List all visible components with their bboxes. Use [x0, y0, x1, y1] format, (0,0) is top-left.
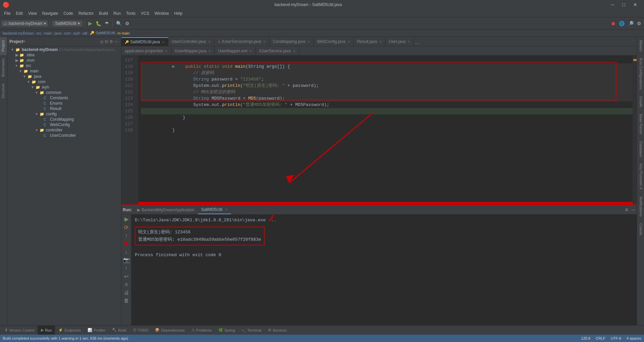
breadcrumb-method[interactable]: m main [118, 31, 130, 35]
tree-root[interactable]: ▾ 📁 backend-myDream D:\Tools\JavaWorkSpa… [7, 47, 121, 52]
menu-help[interactable]: Help [171, 10, 185, 16]
run-tab-backend[interactable]: ▶ BackendMyDreamApplication [134, 206, 198, 214]
coverage-button[interactable]: ☂ [103, 20, 110, 27]
vtab-structure[interactable]: Structure [0, 80, 7, 102]
stop-button[interactable]: ⏹ [609, 20, 617, 27]
tab-iuserservice[interactable]: IUserService.java ✕ [256, 47, 299, 55]
menu-run[interactable]: Run [111, 10, 123, 16]
tree-idea[interactable]: ▶ 📁 .idea [7, 52, 121, 58]
camera-icon[interactable]: 📷 [123, 257, 130, 263]
tab-close-iusermapper[interactable]: ✕ [208, 49, 211, 53]
up-arrow-icon[interactable]: ↑ [125, 233, 128, 239]
tab-close-result[interactable]: ✕ [379, 40, 382, 44]
breadcrumb-main[interactable]: main [44, 31, 52, 35]
tab-close-corsmapping[interactable]: ✕ [307, 40, 310, 44]
tree-constants[interactable]: C Constants [7, 95, 121, 101]
rvtab-gradle[interactable]: Gradle [637, 93, 644, 111]
tool-tab-version-control[interactable]: ⬆ Version Control [1, 326, 38, 335]
tab-iuserserviceimpl[interactable]: ⚠ IUserServiceImpl.java ✕ [214, 37, 270, 46]
tree-result[interactable]: C Result [7, 106, 121, 111]
tool-tab-endpoints[interactable]: ⚡ Endpoints [55, 326, 84, 335]
indent[interactable]: 4 spaces [627, 336, 641, 340]
cursor-position[interactable]: 125:6 [581, 336, 591, 340]
tool-tab-problems[interactable]: ⚠ Problems [188, 326, 215, 335]
tab-close-iuserserviceimpl[interactable]: ✕ [263, 40, 266, 44]
tree-src[interactable]: ▾ 📁 src [7, 63, 121, 68]
tab-close-webconfig[interactable]: ✕ [347, 40, 350, 44]
tree-config[interactable]: ▾ 📁 config [7, 111, 121, 117]
tab-more-button[interactable]: ⋯ [414, 41, 421, 46]
tree-enums[interactable]: C Enums [7, 101, 121, 106]
tree-com[interactable]: ▾ 📁 com [7, 79, 121, 84]
zoom-button[interactable]: 🔎 [627, 20, 635, 27]
tool-tab-profiler[interactable]: 📊 Profiler [84, 326, 109, 335]
hide-icon[interactable]: — [114, 39, 118, 44]
line-separator[interactable]: CRLF [596, 336, 605, 340]
rvtab-database[interactable]: Database [637, 138, 644, 160]
tool-tab-dependencies[interactable]: 📦 Dependencies [152, 326, 188, 335]
tree-webconfig[interactable]: C WebConfig [7, 122, 121, 127]
run-tab-saltmd5[interactable]: SaltMD5Util ✕ [198, 206, 231, 214]
run-tab-saltmd5-close[interactable]: ✕ [225, 208, 228, 211]
run-button[interactable]: ▶ [87, 19, 94, 27]
menu-build[interactable]: Build [96, 10, 111, 16]
tree-mvn[interactable]: ▶ 📁 .mvn [7, 58, 121, 63]
tool-tab-services[interactable]: ⚙ Services [265, 326, 290, 335]
tab-user[interactable]: User.java ✕ [385, 37, 414, 46]
breadcrumb-util[interactable]: util [83, 31, 87, 35]
close-button[interactable]: ✕ [629, 1, 641, 8]
tab-close-usermapper-xml[interactable]: ✕ [249, 49, 252, 53]
tab-saltmd5util[interactable]: 🔑 SaltMD5Util.java ✕ [121, 37, 168, 46]
tree-controller[interactable]: ▾ 📁 controller [7, 127, 121, 133]
tree-usercontroller[interactable]: C UserController [7, 133, 121, 138]
tab-close-saltmd5util[interactable]: ✕ [162, 40, 165, 44]
run-config-dropdown[interactable]: SaltMD5Util ▾ [52, 20, 82, 26]
tab-iusermapper[interactable]: IUserMapper.java ✕ [171, 47, 215, 55]
run-green-button[interactable]: ▶ [124, 216, 128, 222]
tree-corsmapping[interactable]: C CorsMapping [7, 117, 121, 122]
hide-run-icon[interactable]: — [631, 208, 635, 212]
search-button[interactable]: 🔍 [115, 20, 123, 27]
menu-tools[interactable]: Tools [123, 10, 138, 16]
rvtab-notifications[interactable]: Notifications [637, 193, 644, 220]
wrap-icon[interactable]: ↩ [124, 273, 128, 280]
up-icon-2[interactable]: ↑ [125, 265, 128, 271]
breadcrumb-project[interactable]: backend-myDream [3, 31, 34, 35]
print-icon[interactable]: 🖨 [124, 290, 129, 296]
menu-view[interactable]: View [25, 10, 40, 16]
tab-usercontroller[interactable]: UserController.java ✕ [168, 37, 214, 46]
menu-navigate[interactable]: Navigate [40, 10, 61, 16]
settings-run-icon[interactable]: ⚙ [625, 208, 629, 212]
tool-tab-terminal[interactable]: >_ Terminal [238, 326, 265, 335]
down-arrow-icon[interactable]: ↓ [125, 249, 128, 255]
rerun-button[interactable]: ⟳ [124, 224, 128, 231]
menu-file[interactable]: File [1, 10, 13, 16]
menu-refactor[interactable]: Refactor [76, 10, 96, 16]
tool-tab-build[interactable]: 🔨 Build [109, 326, 129, 335]
gear-button[interactable]: ⚙ [636, 20, 643, 27]
tree-java[interactable]: ▾ 📁 java [7, 74, 121, 79]
tab-result[interactable]: Result.java ✕ [354, 37, 385, 46]
tab-close-usercontroller[interactable]: ✕ [208, 40, 211, 44]
tool-tab-run[interactable]: ▶ Run [38, 326, 55, 335]
breadcrumb-com[interactable]: com [64, 31, 71, 35]
breadcrumb-java[interactable]: java [54, 31, 61, 35]
tree-main[interactable]: ▾ 📁 main [7, 68, 121, 74]
maximize-button[interactable]: □ [619, 1, 629, 8]
tab-close-user[interactable]: ✕ [408, 40, 410, 44]
rvtab-bean-parser[interactable]: Bean Parser [637, 111, 644, 138]
rvtab-key-promoter[interactable]: Key Promoter X [637, 160, 644, 193]
vtab-bookmarks[interactable]: Bookmarks [0, 55, 7, 80]
settings-button[interactable]: ⚙ [124, 20, 131, 27]
tab-close-iuserservice[interactable]: ✕ [293, 49, 296, 53]
trash-icon[interactable]: 🗑 [124, 298, 129, 304]
debug-button[interactable]: 🐛 [94, 20, 103, 27]
rvtab-maven[interactable]: Maven [637, 37, 644, 55]
tab-application-properties[interactable]: application.properties ✕ [121, 47, 171, 55]
locate-icon[interactable]: ◎ [100, 39, 103, 44]
tool-tab-todo[interactable]: ☑ TODO [130, 326, 152, 335]
tab-corsmapping[interactable]: CorsMapping.java ✕ [269, 37, 314, 46]
encoding[interactable]: UTF-8 [611, 336, 621, 340]
menu-edit[interactable]: Edit [13, 10, 25, 16]
tree-common[interactable]: ▾ 📁 common [7, 90, 121, 95]
